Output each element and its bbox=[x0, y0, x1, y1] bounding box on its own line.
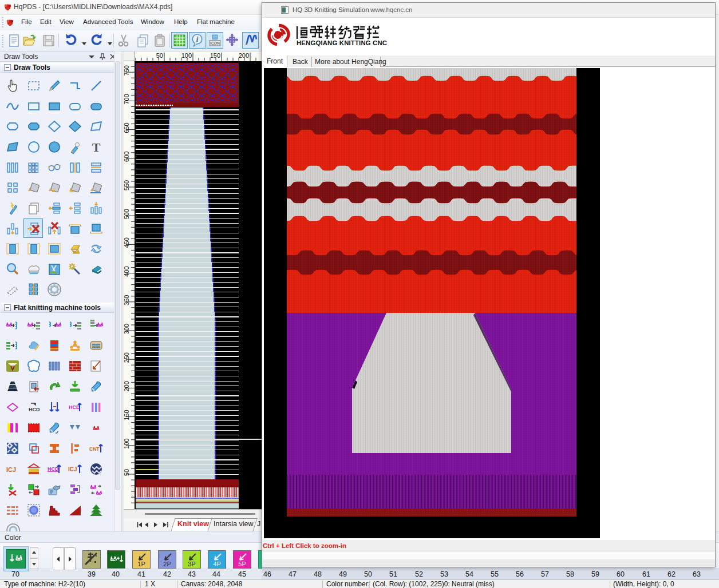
svg-text:50: 50 bbox=[124, 469, 130, 476]
svg-text:500: 500 bbox=[124, 209, 130, 219]
svg-text:200: 200 bbox=[124, 381, 130, 391]
svg-text:50: 50 bbox=[156, 52, 163, 59]
svg-text:250: 250 bbox=[124, 352, 130, 363]
svg-text:450: 450 bbox=[124, 237, 130, 248]
svg-text:ICJ: ICJ bbox=[68, 466, 77, 472]
svg-text:750: 750 bbox=[124, 65, 130, 76]
svg-text:CNT: CNT bbox=[89, 446, 100, 452]
svg-text:350: 350 bbox=[124, 295, 130, 305]
svg-text:700: 700 bbox=[124, 94, 130, 104]
svg-text:i: i bbox=[196, 35, 199, 43]
svg-text:3P: 3P bbox=[188, 561, 195, 567]
svg-text:HCD: HCD bbox=[69, 404, 80, 410]
svg-text:100: 100 bbox=[181, 52, 192, 59]
svg-text:1P: 1P bbox=[137, 561, 145, 567]
svg-text:5P: 5P bbox=[238, 561, 246, 567]
svg-text:ICJ: ICJ bbox=[6, 466, 16, 473]
svg-text:HCD: HCD bbox=[29, 407, 40, 412]
svg-text:150: 150 bbox=[210, 52, 220, 59]
svg-text:4P: 4P bbox=[213, 561, 220, 567]
svg-text:HCD: HCD bbox=[48, 466, 59, 472]
svg-text:300: 300 bbox=[124, 324, 130, 334]
svg-text:100: 100 bbox=[124, 439, 130, 449]
svg-text:ICON: ICON bbox=[210, 41, 220, 45]
svg-text:T: T bbox=[92, 140, 100, 154]
svg-text:2P: 2P bbox=[163, 561, 171, 567]
svg-text:200: 200 bbox=[239, 52, 249, 59]
svg-text:600: 600 bbox=[124, 152, 130, 162]
svg-text:550: 550 bbox=[124, 180, 130, 190]
svg-text:650: 650 bbox=[124, 122, 130, 133]
svg-text:150: 150 bbox=[124, 410, 130, 420]
svg-text:400: 400 bbox=[124, 266, 130, 276]
